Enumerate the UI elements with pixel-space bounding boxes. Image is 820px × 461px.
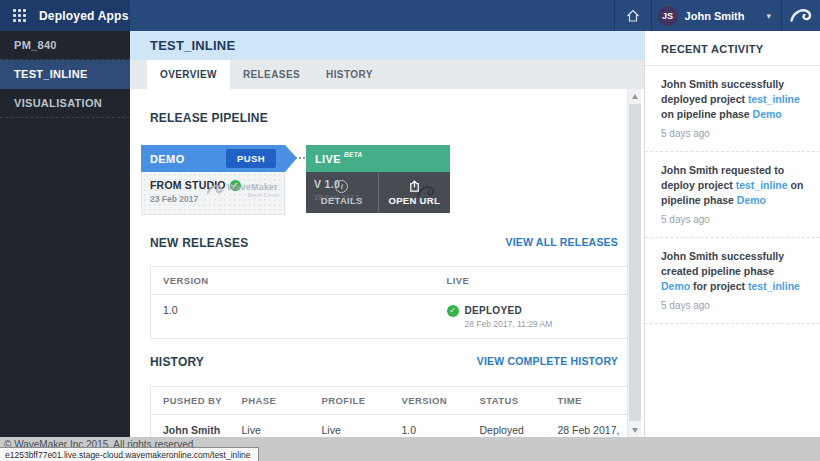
new-releases-heading: NEW RELEASES <box>150 236 248 250</box>
history-phase: Live <box>230 415 310 438</box>
col-version: VERSION <box>151 267 435 295</box>
open-url-button[interactable]: OPEN URL <box>378 172 451 213</box>
live-phase-label: LIVE <box>315 153 341 165</box>
main-panel: TEST_INLINE OVERVIEW RELEASES HISTORY RE… <box>130 31 644 437</box>
beta-badge: BETA <box>344 151 362 158</box>
wavemaker-logo-icon[interactable] <box>782 0 820 31</box>
app-title: Deployed Apps <box>39 9 129 23</box>
table-header-row: PUSHED BY PHASE PROFILE VERSION STATUS T… <box>151 387 628 415</box>
recent-activity-panel: RECENT ACTIVITY John Smith successfully … <box>644 31 820 437</box>
tab-overview[interactable]: OVERVIEW <box>147 60 230 89</box>
activity-text: on pipeline phase <box>661 108 753 120</box>
history-profile-link[interactable]: Live <box>310 415 390 438</box>
phase-link[interactable]: Demo <box>737 194 766 206</box>
home-icon[interactable] <box>615 0 651 31</box>
deployed-time: 28 Feb 2017, 11:29 AM <box>465 319 553 329</box>
live-card-body: V 1.0 28 Feb 2017 i DETAILS OPEN URL <box>306 172 450 213</box>
apps-grid-icon[interactable] <box>13 9 26 22</box>
vertical-scrollbar[interactable] <box>627 89 641 437</box>
release-version-cell: 1.0 <box>151 295 435 339</box>
pipeline-arrow-icon <box>285 145 297 172</box>
tabbar: OVERVIEW RELEASES HISTORY <box>130 60 644 89</box>
col-status: STATUS <box>468 387 546 415</box>
watermark-name: WaveMaker <box>227 182 278 192</box>
sidebar-item-visualisation[interactable]: VISUALISATION <box>0 89 130 118</box>
activity-timestamp: 5 days ago <box>661 214 806 225</box>
col-live: LIVE <box>435 267 628 295</box>
activity-timestamp: 5 days ago <box>661 128 806 139</box>
col-version: VERSION <box>390 387 468 415</box>
release-pipeline-heading: RELEASE PIPELINE <box>150 111 268 125</box>
tab-releases[interactable]: RELEASES <box>230 60 313 89</box>
info-icon: i <box>335 180 348 193</box>
col-phase: PHASE <box>230 387 310 415</box>
demo-phase-label: DEMO <box>150 153 185 165</box>
history-version: 1.0 <box>390 415 468 438</box>
bottom-strip: © WaveMaker Inc 2015. All rights reserve… <box>0 437 820 461</box>
scroll-down-button[interactable] <box>628 423 642 437</box>
open-url-icon <box>408 180 421 193</box>
activity-timestamp: 5 days ago <box>661 300 806 311</box>
phase-link[interactable]: Demo <box>661 280 690 292</box>
overview-content: RELEASE PIPELINE DEMO PUSH FROM STUDIO ✓… <box>130 89 644 437</box>
activity-item: John Smith requested to deploy project t… <box>645 152 820 238</box>
project-link[interactable]: test_inline <box>748 93 800 105</box>
project-link[interactable]: test_inline <box>748 280 800 292</box>
col-pushed-by: PUSHED BY <box>151 387 230 415</box>
watermark-sub: Demo Cloud <box>227 192 278 198</box>
project-link[interactable]: test_inline <box>736 179 788 191</box>
details-button[interactable]: i DETAILS <box>306 172 378 213</box>
browser-status-url: e1253bff77e01.live.stage-cloud.wavemaker… <box>0 447 259 461</box>
sidebar-item-test-inline[interactable]: TEST_INLINE <box>0 60 130 89</box>
history-table: PUSHED BY PHASE PROFILE VERSION STATUS T… <box>150 386 628 437</box>
details-label: DETAILS <box>321 195 363 206</box>
table-row: John Smith Live Live 1.0 Deployed 28 Feb… <box>151 415 628 438</box>
deployed-apps-screen: Deployed Apps JS John Smith ▾ PM_840 TES… <box>0 0 820 461</box>
activity-text: for project <box>690 280 748 292</box>
deployed-label: DEPLOYED <box>465 305 522 316</box>
activity-item: John Smith successfully deployed project… <box>645 66 820 152</box>
sidebar: PM_840 TEST_INLINE VISUALISATION <box>0 31 130 437</box>
user-menu[interactable]: JS John Smith ▾ <box>652 0 781 31</box>
brand-area: Deployed Apps <box>0 0 130 31</box>
recent-activity-heading: RECENT ACTIVITY <box>645 31 820 66</box>
history-time: 28 Feb 2017, <box>546 415 628 438</box>
live-card-header: LIVE BETA <box>306 145 450 172</box>
view-all-releases-link[interactable]: VIEW ALL RELEASES <box>506 236 619 248</box>
new-releases-table: VERSION LIVE 1.0 ✓ DEPLOYED 28 Feb 2017 <box>150 266 628 339</box>
demo-card-header: DEMO PUSH <box>141 145 285 172</box>
table-header-row: VERSION LIVE <box>151 267 628 295</box>
sidebar-item-pm-840[interactable]: PM_840 <box>0 31 130 60</box>
open-url-label: OPEN URL <box>389 195 441 206</box>
col-profile: PROFILE <box>310 387 390 415</box>
topbar-right: JS John Smith ▾ <box>614 0 820 31</box>
scroll-down-icon <box>632 428 638 433</box>
scroll-up-button[interactable] <box>628 89 642 103</box>
history-status: Deployed <box>468 415 546 438</box>
caret-down-icon: ▾ <box>766 11 771 21</box>
page-title: TEST_INLINE <box>130 31 644 60</box>
table-row: 1.0 ✓ DEPLOYED 28 Feb 2017, 11:29 AM <box>151 295 628 339</box>
avatar: JS <box>658 6 678 26</box>
phase-link[interactable]: Demo <box>753 108 782 120</box>
scroll-up-icon <box>632 94 638 99</box>
username: John Smith <box>685 10 745 22</box>
demo-phase-card: DEMO PUSH FROM STUDIO ✓ 23 Feb 2017 Wave… <box>141 145 285 215</box>
view-complete-history-link[interactable]: VIEW COMPLETE HISTORY <box>477 355 618 367</box>
scrollbar-thumb[interactable] <box>629 104 641 421</box>
wavemaker-wave-icon <box>206 181 224 199</box>
wavemaker-watermark: WaveMaker Demo Cloud <box>206 181 278 199</box>
history-pushed-by: John Smith <box>151 415 230 438</box>
live-phase-card: LIVE BETA V 1.0 28 Feb 2017 i DETAILS <box>306 145 450 213</box>
push-button[interactable]: PUSH <box>226 149 276 168</box>
tab-history[interactable]: HISTORY <box>313 60 386 89</box>
col-time: TIME <box>546 387 628 415</box>
history-heading: HISTORY <box>150 355 204 369</box>
deployed-check-icon: ✓ <box>447 305 459 317</box>
activity-text: John Smith successfully created pipeline… <box>661 250 784 277</box>
topbar: Deployed Apps JS John Smith ▾ <box>0 0 820 31</box>
demo-card-body: FROM STUDIO ✓ 23 Feb 2017 WaveMaker Demo… <box>141 172 285 215</box>
release-status-cell: ✓ DEPLOYED 28 Feb 2017, 11:29 AM <box>435 295 628 339</box>
activity-item: John Smith successfully created pipeline… <box>645 238 820 324</box>
